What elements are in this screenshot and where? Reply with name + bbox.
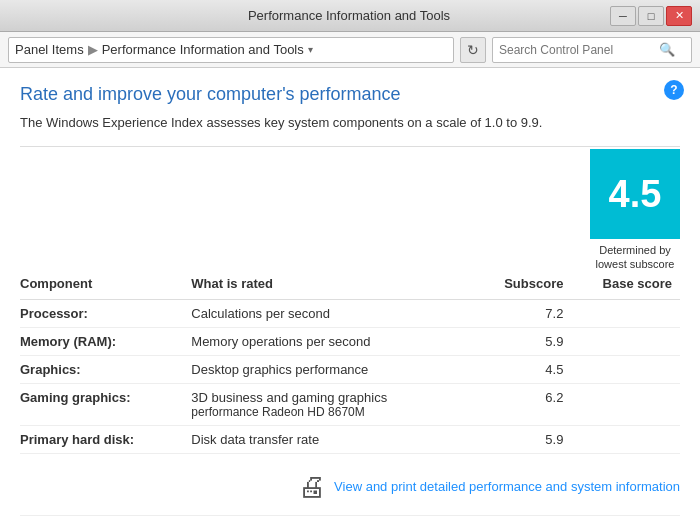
search-box[interactable]: 🔍 bbox=[492, 37, 692, 63]
address-bar: Panel Items ▶ Performance Information an… bbox=[0, 32, 700, 68]
row-processor-rated: Calculations per second bbox=[191, 299, 477, 327]
help-button[interactable]: ? bbox=[664, 80, 684, 100]
performance-table: Component What is rated Subscore Base sc… bbox=[20, 272, 680, 454]
row-graphics-component: Graphics: bbox=[20, 355, 191, 383]
header-what-is-rated: What is rated bbox=[191, 272, 477, 300]
score-badge-description: Determined by lowest subscore bbox=[590, 243, 680, 272]
window-title: Performance Information and Tools bbox=[88, 8, 610, 23]
page-title: Rate and improve your computer's perform… bbox=[20, 84, 680, 105]
search-icon[interactable]: 🔍 bbox=[659, 42, 675, 57]
table-row: Graphics: Desktop graphics performance 4… bbox=[20, 355, 680, 383]
close-button[interactable]: ✕ bbox=[666, 6, 692, 26]
table-row: Memory (RAM): Memory operations per seco… bbox=[20, 327, 680, 355]
row-processor-subscore: 7.2 bbox=[477, 299, 571, 327]
header-base-score: Base score bbox=[571, 272, 680, 300]
score-badge-container: 4.5 Determined by lowest subscore bbox=[590, 149, 680, 272]
header-component: Component bbox=[20, 272, 191, 300]
row-graphics-rated: Desktop graphics performance bbox=[191, 355, 477, 383]
view-print-section: 🖨 View and print detailed performance an… bbox=[20, 466, 680, 503]
search-input[interactable] bbox=[499, 43, 659, 57]
divider bbox=[20, 146, 680, 147]
maximize-button[interactable]: □ bbox=[638, 6, 664, 26]
base-score-badge: 4.5 bbox=[590, 149, 680, 239]
window-controls: ─ □ ✕ bbox=[610, 6, 692, 26]
row-memory-subscore: 5.9 bbox=[477, 327, 571, 355]
refresh-button[interactable]: ↻ bbox=[460, 37, 486, 63]
row-processor-component: Processor: bbox=[20, 299, 191, 327]
subtitle: The Windows Experience Index assesses ke… bbox=[20, 115, 680, 130]
table-row: Processor: Calculations per second 7.2 bbox=[20, 299, 680, 327]
table-row: Primary hard disk: Disk data transfer ra… bbox=[20, 425, 680, 453]
minimize-button[interactable]: ─ bbox=[610, 6, 636, 26]
breadcrumb-separator: ▶ bbox=[88, 42, 98, 57]
table-row: Gaming graphics: 3D business and gaming … bbox=[20, 383, 680, 425]
view-print-link[interactable]: View and print detailed performance and … bbox=[334, 479, 680, 494]
printer-icon: 🖨 bbox=[298, 470, 326, 503]
breadcrumb-item-tools[interactable]: Performance Information and Tools bbox=[102, 42, 304, 57]
breadcrumb-dropdown-icon[interactable]: ▾ bbox=[308, 44, 313, 55]
footer-section: Your scores are current Last update: 12/… bbox=[20, 515, 680, 519]
row-gaming-subscore: 6.2 bbox=[477, 383, 571, 425]
header-subscore: Subscore bbox=[477, 272, 571, 300]
row-gaming-rated: 3D business and gaming graphics performa… bbox=[191, 383, 477, 425]
title-bar: Performance Information and Tools ─ □ ✕ bbox=[0, 0, 700, 32]
row-graphics-subscore: 4.5 bbox=[477, 355, 571, 383]
breadcrumb-item-panel[interactable]: Panel Items bbox=[15, 42, 84, 57]
main-content: ? Rate and improve your computer's perfo… bbox=[0, 68, 700, 519]
row-disk-component: Primary hard disk: bbox=[20, 425, 191, 453]
row-disk-rated: Disk data transfer rate bbox=[191, 425, 477, 453]
row-gaming-component: Gaming graphics: bbox=[20, 383, 191, 425]
row-memory-component: Memory (RAM): bbox=[20, 327, 191, 355]
breadcrumb[interactable]: Panel Items ▶ Performance Information an… bbox=[8, 37, 454, 63]
row-memory-rated: Memory operations per second bbox=[191, 327, 477, 355]
row-disk-subscore: 5.9 bbox=[477, 425, 571, 453]
